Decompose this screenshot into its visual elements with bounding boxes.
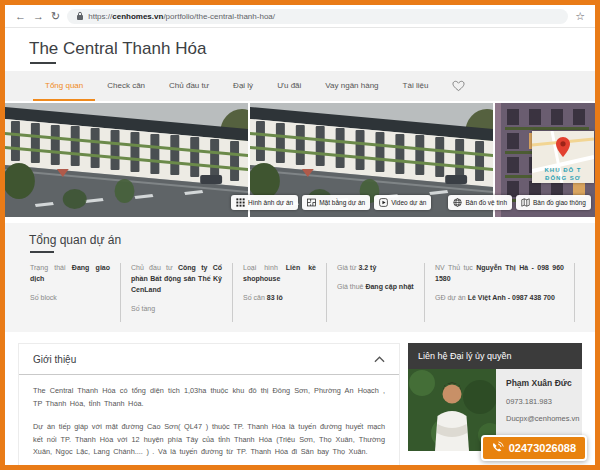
satellite-map-button-label: Bản đồ vệ tinh (465, 199, 507, 206)
video-button-label: Video dự án (391, 199, 426, 206)
floorplan-button[interactable]: Mặt bằng dự án (302, 195, 370, 210)
overview-heading-underline (30, 251, 54, 253)
overview-table: Trạng thái Đang giao dịch Số block Chủ đ… (29, 263, 595, 322)
chevron-up-icon[interactable] (374, 356, 385, 363)
floorplan-icon (307, 198, 316, 207)
field-so-can: Số căn 83 lô (243, 293, 316, 304)
field-label: Số căn (243, 294, 265, 301)
intro-header: Giới thiệu (33, 354, 385, 374)
url-text: https://cenhomes.vn/portfolio/the-centra… (88, 12, 275, 21)
play-icon (379, 198, 388, 207)
gallery-buttons: Hình ảnh dự án Mặt bằng dự án Video dự á… (231, 195, 591, 210)
agent-name: Phạm Xuân Đức (506, 378, 572, 388)
agent-email[interactable]: Ducpx@cenhomes.vn (506, 414, 572, 423)
field-label: GĐ dự án (435, 294, 466, 301)
field-so-block: Số block (30, 293, 110, 304)
back-icon[interactable]: ← (15, 11, 26, 22)
intro-divider (19, 374, 399, 375)
field-label: Số tầng (131, 305, 155, 312)
photos-button-label: Hình ảnh dự án (248, 199, 293, 206)
tab-tong-quan[interactable]: Tổng quan (33, 71, 95, 101)
field-label: Giá thuê (337, 283, 363, 290)
grid-icon (236, 198, 245, 207)
field-value: Lê Việt Anh - 0987 438 700 (468, 294, 555, 301)
field-value: Đang cập nhật (365, 283, 413, 290)
intro-paragraph-2: Dự án tiếp giáp với mặt đường Cao Sơn( Q… (33, 421, 385, 459)
field-value: 83 lô (267, 294, 283, 301)
hotline-number: 02473026088 (509, 442, 576, 454)
overview-column-investor: Chủ đầu tư Công ty Cổ phần Bất động sản … (121, 263, 233, 322)
traffic-map-button-label: Bản đồ giao thông (533, 199, 586, 206)
satellite-map-button[interactable]: Bản đồ vệ tinh (448, 195, 512, 210)
tab-chu-dau-tu[interactable]: Chủ đầu tư (157, 71, 221, 101)
contact-footer-heading: Liên hệ tư vấn (408, 466, 582, 470)
tab-uu-dai[interactable]: Ưu đãi (265, 71, 313, 101)
address-bar[interactable]: https://cenhomes.vn/portfolio/the-centra… (67, 9, 568, 24)
field-gd-du-an: GĐ dự án Lê Việt Anh - 0987 438 700 (435, 293, 564, 304)
overview-column-price: Giá từ 3.2 tỷ Giá thuê Đang cập nhật (327, 263, 425, 322)
tab-vay-ngan-hang[interactable]: Vay ngân hàng (313, 71, 390, 101)
field-gia-tu: Giá từ 3.2 tỷ (337, 263, 414, 274)
overview-heading: Tổng quan dự án (29, 233, 595, 247)
field-so-tang: Số tầng (131, 304, 222, 315)
field-chu-dau-tu: Chủ đầu tư Công ty Cổ phần Bất động sản … (131, 263, 222, 296)
hotline-button[interactable]: 02473026088 (481, 435, 587, 461)
traffic-map-button[interactable]: Bản đồ giao thông (516, 195, 591, 210)
phone-icon (490, 441, 504, 455)
field-label: Trạng thái (30, 264, 66, 271)
project-overview-section: Tổng quan dự án Trạng thái Đang giao dịc… (5, 223, 595, 332)
agent-phone: 0973.181.983 (506, 397, 572, 406)
field-label: Giá từ (337, 264, 356, 271)
favorite-heart-icon[interactable] (440, 71, 477, 101)
browser-window: ← → ↻ https://cenhomes.vn/portfolio/the-… (0, 0, 600, 470)
overview-column-type: Loại hình Liền kề shophouse Số căn 83 lô (233, 263, 327, 322)
field-label: Loại hình (243, 264, 278, 271)
project-gallery: KHU ĐÔ T ĐÔNG SƠ Hình ảnh dự án Mặt bằng… (5, 103, 595, 217)
floorplan-button-label: Mặt bằng dự án (319, 199, 365, 206)
gallery-photo-1[interactable] (5, 103, 248, 217)
intro-section: Giới thiệu The Central Thanh Hóa có tổng… (18, 343, 400, 470)
reload-icon[interactable]: ↻ (51, 11, 60, 22)
overview-column-status: Trạng thái Đang giao dịch Số block (29, 263, 121, 322)
forward-icon[interactable]: → (33, 11, 44, 22)
tab-dai-ly[interactable]: Đại lý (221, 71, 265, 101)
field-trang-thai: Trạng thái Đang giao dịch (30, 263, 110, 285)
field-value: 3.2 tỷ (358, 264, 376, 271)
traffic-map-icon (521, 198, 530, 207)
page-title: The Central Thanh Hóa (29, 39, 595, 59)
intro-paragraph-1: The Central Thanh Hóa có tổng diện tích … (33, 385, 385, 411)
tab-check-can[interactable]: Check căn (95, 71, 157, 101)
padlock-icon (76, 11, 84, 21)
contact-heading: Liên hệ Đại lý ủy quyền (408, 343, 582, 369)
field-label: Số block (30, 294, 57, 301)
browser-toolbar: ← → ↻ https://cenhomes.vn/portfolio/the-… (5, 5, 595, 28)
intro-heading: Giới thiệu (33, 354, 76, 365)
overview-column-contacts: NV Thủ tục Nguyễn Thị Hà - 098 960 1580 … (425, 263, 575, 322)
field-nv-thu-tuc: NV Thủ tục Nguyễn Thị Hà - 098 960 1580 (435, 263, 564, 285)
mini-map-thumbnail[interactable]: KHU ĐÔ T ĐÔNG SƠ (532, 131, 594, 183)
field-label: NV Thủ tục (435, 264, 473, 271)
photos-button[interactable]: Hình ảnh dự án (231, 195, 298, 210)
field-loai-hinh: Loại hình Liền kề shophouse (243, 263, 316, 285)
video-button[interactable]: Video dự án (374, 195, 431, 210)
field-label: Chủ đầu tư (131, 264, 173, 271)
bookmark-star-icon[interactable]: ☆ (575, 10, 585, 23)
map-thumb-label-1: KHU ĐÔ T (545, 166, 582, 173)
map-thumb-label-2: ĐÔNG SƠ (545, 174, 581, 181)
project-tabs: Tổng quan Check căn Chủ đầu tư Đại lý Ưu… (5, 71, 595, 101)
tab-tai-lieu[interactable]: Tài liệu (391, 71, 441, 101)
globe-icon (453, 198, 462, 207)
field-gia-thue: Giá thuê Đang cập nhật (337, 282, 414, 293)
title-underline (30, 62, 56, 64)
